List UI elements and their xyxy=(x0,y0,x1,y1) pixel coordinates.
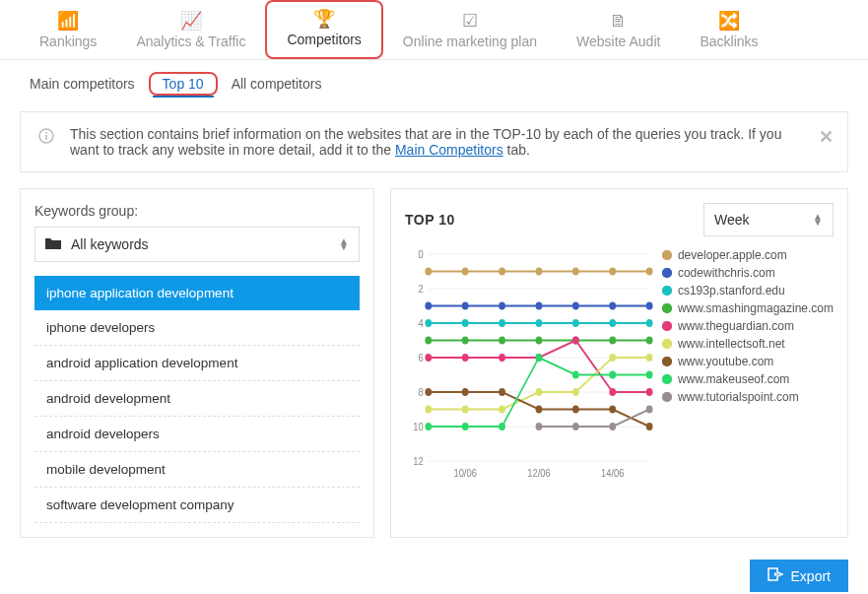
legend-label: codewithchris.com xyxy=(678,266,775,280)
svg-rect-2 xyxy=(45,132,47,134)
svg-point-24 xyxy=(572,268,579,276)
legend-dot-icon xyxy=(662,374,672,384)
svg-point-61 xyxy=(646,354,653,362)
tab-backlinks[interactable]: 🔀Backlinks xyxy=(680,4,777,59)
keyword-item[interactable]: iphone developers xyxy=(34,310,360,346)
tab-website-audit[interactable]: 🗎Website Audit xyxy=(557,4,680,59)
svg-point-47 xyxy=(646,337,653,345)
svg-point-73 xyxy=(572,371,579,379)
tab-icon: 🔀 xyxy=(718,12,740,30)
legend-label: www.theguardian.com xyxy=(678,319,794,333)
svg-point-42 xyxy=(462,337,469,345)
legend-dot-icon xyxy=(662,392,672,402)
legend-item[interactable]: www.makeuseof.com xyxy=(662,372,834,386)
tab-competitors[interactable]: 🏆Competitors xyxy=(265,0,382,59)
tab-icon: 🏆 xyxy=(313,10,335,28)
svg-point-54 xyxy=(646,388,653,396)
svg-point-79 xyxy=(646,406,653,414)
svg-point-53 xyxy=(609,388,616,396)
svg-point-40 xyxy=(646,319,653,327)
keyword-item[interactable]: android development xyxy=(34,381,360,417)
export-button[interactable]: Export xyxy=(750,560,848,592)
keywords-group-select[interactable]: All keywords ▲▼ xyxy=(34,227,360,262)
svg-text:12/06: 12/06 xyxy=(527,467,551,479)
legend-item[interactable]: developer.apple.com xyxy=(662,248,834,262)
svg-point-27 xyxy=(425,302,432,310)
keyword-item[interactable]: software development company xyxy=(34,488,360,523)
legend-label: www.makeuseof.com xyxy=(678,372,789,386)
export-label: Export xyxy=(791,568,831,584)
legend-dot-icon xyxy=(662,321,672,331)
svg-point-29 xyxy=(499,302,505,310)
svg-point-75 xyxy=(646,371,653,379)
legend-dot-icon xyxy=(662,357,672,366)
legend-item[interactable]: www.tutorialspoint.com xyxy=(662,390,834,404)
keyword-item[interactable]: mobile development xyxy=(34,452,360,488)
tab-label: Competitors xyxy=(287,32,361,47)
svg-point-63 xyxy=(462,388,469,396)
keyword-item[interactable]: iphone application development xyxy=(34,276,360,310)
svg-point-76 xyxy=(536,423,543,430)
svg-point-58 xyxy=(536,388,543,396)
keyword-item[interactable]: android developers xyxy=(34,417,360,452)
tab-rankings[interactable]: 📶Rankings xyxy=(20,4,116,59)
main-competitors-link[interactable]: Main Competitors xyxy=(395,142,503,158)
svg-point-72 xyxy=(536,354,543,362)
svg-point-60 xyxy=(609,354,616,362)
legend-item[interactable]: www.theguardian.com xyxy=(662,319,834,333)
keywords-group-value: All keywords xyxy=(71,236,149,252)
tab-online-marketing-plan[interactable]: ☑Online marketing plan xyxy=(383,4,557,59)
svg-point-48 xyxy=(425,354,432,362)
legend-item[interactable]: cs193p.stanford.edu xyxy=(662,284,834,297)
svg-point-56 xyxy=(462,406,469,414)
svg-point-22 xyxy=(499,268,505,276)
subtab-top-10[interactable]: Top 10 xyxy=(153,72,214,98)
svg-point-70 xyxy=(462,423,469,430)
svg-point-31 xyxy=(572,302,579,310)
svg-text:12: 12 xyxy=(413,455,424,467)
legend-item[interactable]: www.youtube.com xyxy=(662,355,834,368)
info-text-post: tab. xyxy=(503,142,530,158)
svg-point-57 xyxy=(499,406,505,414)
legend-item[interactable]: www.intellectsoft.net xyxy=(662,337,834,351)
legend-dot-icon xyxy=(662,303,672,313)
keywords-list: iphone application developmentiphone dev… xyxy=(34,276,360,523)
svg-point-28 xyxy=(462,302,469,310)
svg-point-37 xyxy=(536,319,543,327)
svg-point-33 xyxy=(646,302,653,310)
svg-point-59 xyxy=(572,388,579,396)
svg-point-49 xyxy=(462,354,469,362)
svg-rect-1 xyxy=(45,135,47,140)
subtab-all-competitors[interactable]: All competitors xyxy=(222,72,332,96)
sub-tabs: Main competitorsTop 10All competitors xyxy=(0,60,868,107)
svg-text:10/06: 10/06 xyxy=(454,467,478,479)
svg-text:4: 4 xyxy=(419,317,424,329)
subtab-main-competitors[interactable]: Main competitors xyxy=(20,72,145,96)
legend-item[interactable]: www.smashingmagazine.com xyxy=(662,301,834,315)
svg-text:10: 10 xyxy=(413,421,424,432)
svg-point-43 xyxy=(499,337,505,345)
legend-dot-icon xyxy=(662,286,672,296)
stepper-icon: ▲▼ xyxy=(339,238,349,250)
keyword-item[interactable]: android application development xyxy=(34,346,360,381)
legend-dot-icon xyxy=(662,268,672,278)
legend-dot-icon xyxy=(662,339,672,349)
svg-point-55 xyxy=(425,406,432,414)
keywords-panel: Keywords group: All keywords ▲▼ iphone a… xyxy=(20,188,374,538)
svg-point-30 xyxy=(536,302,543,310)
export-icon xyxy=(768,567,783,584)
close-icon[interactable]: ✕ xyxy=(819,126,834,148)
svg-text:8: 8 xyxy=(419,386,424,398)
tab-icon: 🗎 xyxy=(610,12,628,30)
tab-analytics-traffic[interactable]: 📈Analytics & Traffic xyxy=(116,4,265,59)
svg-point-39 xyxy=(609,319,616,327)
svg-point-23 xyxy=(536,268,543,276)
info-banner: This section contains brief information … xyxy=(20,111,848,172)
svg-point-34 xyxy=(425,319,432,327)
svg-point-69 xyxy=(425,423,432,430)
legend-item[interactable]: codewithchris.com xyxy=(662,266,834,280)
legend-dot-icon xyxy=(662,250,672,260)
svg-point-20 xyxy=(425,268,432,276)
period-select[interactable]: Week ▲▼ xyxy=(703,203,834,236)
chart-title: TOP 10 xyxy=(405,212,455,228)
